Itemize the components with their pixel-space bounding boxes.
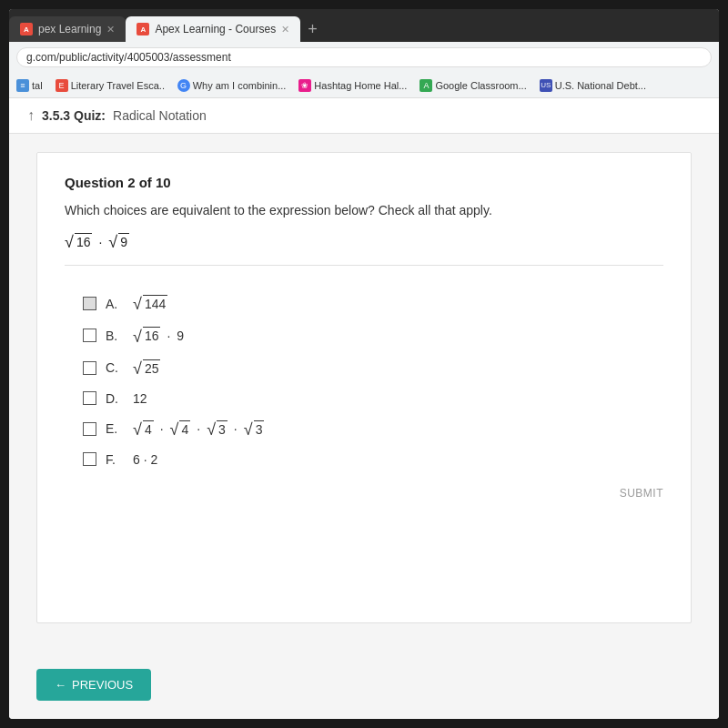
choice-expr-c: √ 25 bbox=[133, 359, 160, 377]
previous-arrow-icon: ← bbox=[55, 678, 66, 692]
quiz-main: Question 2 of 10 Which choices are equiv… bbox=[36, 152, 692, 623]
choice-expr-a: √ 144 bbox=[133, 295, 167, 312]
bookmark-hashtag[interactable]: ❀ Hashtag Home Hal... bbox=[298, 79, 407, 92]
bookmark-icon-hashtag: ❀ bbox=[298, 79, 311, 92]
choice-expr-f: 6 · 2 bbox=[133, 452, 157, 467]
tab-bar: A pex Learning ✕ A Apex Learning - Cours… bbox=[9, 9, 719, 42]
quiz-header: ↑ 3.5.3 Quiz: Radical Notation bbox=[9, 98, 719, 134]
bookmark-label-debt: U.S. National Debt... bbox=[555, 80, 646, 91]
choice-letter-f: F. bbox=[106, 452, 124, 467]
choice-c: C. √ 25 bbox=[83, 359, 663, 377]
radical-144: √ 144 bbox=[133, 295, 167, 312]
choice-letter-d: D. bbox=[106, 391, 124, 406]
radical-sign-16: √ bbox=[65, 234, 74, 250]
bookmark-label-literary: Literary Travel Esca... bbox=[71, 80, 165, 91]
choices-list: A. √ 144 B. √ 16 bbox=[65, 280, 663, 467]
choice-e: E. √ 4 · √ 4 · √ bbox=[83, 420, 663, 438]
radical-16: √ 16 bbox=[65, 233, 92, 250]
choice-a: A. √ 144 bbox=[83, 295, 663, 312]
bookmark-icon-tal: ≡ bbox=[16, 79, 29, 92]
checkbox-a[interactable] bbox=[83, 297, 96, 310]
checkbox-e[interactable] bbox=[83, 422, 96, 436]
choice-expr-b: √ 16 · 9 bbox=[133, 327, 184, 344]
bookmark-icon-why: G bbox=[177, 79, 190, 92]
choice-letter-c: C. bbox=[106, 360, 124, 375]
bookmark-label-tal: tal bbox=[32, 80, 43, 91]
screen: A pex Learning ✕ A Apex Learning - Cours… bbox=[9, 9, 719, 719]
main-expression: √ 16 · √ 9 bbox=[65, 233, 663, 266]
breadcrumb-label: 3.5.3 Quiz: bbox=[42, 108, 106, 123]
question-text: Which choices are equivalent to the expr… bbox=[65, 201, 663, 220]
radical-content-9: 9 bbox=[118, 233, 129, 250]
bookmark-icon-literary: E bbox=[56, 79, 68, 92]
choice-letter-a: A. bbox=[106, 297, 124, 311]
favicon-active: A bbox=[136, 23, 149, 35]
radical-sign-9: √ bbox=[108, 234, 117, 250]
checkbox-d[interactable] bbox=[83, 391, 96, 405]
bookmark-why[interactable]: G Why am I combinin... bbox=[177, 79, 287, 92]
checkbox-c[interactable] bbox=[83, 361, 96, 375]
browser-chrome: A pex Learning ✕ A Apex Learning - Cours… bbox=[9, 9, 719, 98]
choice-b: B. √ 16 · 9 bbox=[83, 327, 663, 344]
choice-letter-e: E. bbox=[106, 421, 124, 436]
bookmark-debt[interactable]: US U.S. National Debt... bbox=[540, 79, 646, 92]
tab-close-inactive[interactable]: ✕ bbox=[106, 24, 115, 35]
tab-label-active: Apex Learning - Courses bbox=[155, 23, 276, 35]
new-tab-button[interactable]: + bbox=[300, 16, 325, 42]
address-bar[interactable]: g.com/public/activity/4005003/assessment bbox=[16, 47, 712, 67]
bookmark-tal[interactable]: ≡ tal bbox=[16, 79, 43, 92]
bookmark-label-hashtag: Hashtag Home Hal... bbox=[314, 80, 407, 91]
page-content: ↑ 3.5.3 Quiz: Radical Notation Question … bbox=[9, 98, 719, 719]
submit-button[interactable]: SUBMIT bbox=[620, 487, 663, 500]
previous-button[interactable]: ← PREVIOUS bbox=[36, 669, 151, 701]
tab-close-active[interactable]: ✕ bbox=[281, 24, 289, 35]
address-bar-row: g.com/public/activity/4005003/assessment bbox=[9, 42, 719, 73]
bookmark-literary[interactable]: E Literary Travel Esca... bbox=[56, 79, 165, 92]
tab-label-inactive: pex Learning bbox=[38, 23, 101, 35]
bookmark-icon-classroom: A bbox=[420, 79, 432, 92]
checkbox-f[interactable] bbox=[83, 452, 96, 466]
bookmarks-bar: ≡ tal E Literary Travel Esca... G Why am… bbox=[9, 73, 719, 98]
choice-expr-e: √ 4 · √ 4 · √ 3 · bbox=[133, 420, 264, 438]
nav-section: ← PREVIOUS bbox=[9, 642, 719, 719]
favicon-inactive: A bbox=[20, 23, 33, 35]
tab-apex-learning-active[interactable]: A Apex Learning - Courses ✕ bbox=[126, 16, 300, 42]
radical-25: √ 25 bbox=[133, 359, 160, 377]
tab-apex-learning-inactive[interactable]: A pex Learning ✕ bbox=[9, 16, 126, 42]
radical-content-16: 16 bbox=[75, 233, 93, 250]
radical-b-16: √ 16 bbox=[133, 327, 160, 344]
choice-letter-b: B. bbox=[106, 329, 124, 343]
choice-d: D. 12 bbox=[83, 391, 663, 406]
submit-area: SUBMIT bbox=[65, 476, 663, 511]
bookmark-label-why: Why am I combinin... bbox=[193, 80, 287, 91]
choice-expr-d: 12 bbox=[133, 391, 147, 406]
choice-f: F. 6 · 2 bbox=[83, 452, 663, 467]
bookmark-icon-debt: US bbox=[540, 79, 552, 92]
breadcrumb-title: Radical Notation bbox=[113, 108, 207, 123]
question-header: Question 2 of 10 bbox=[65, 175, 663, 190]
dot-separator: · bbox=[98, 235, 102, 249]
bookmark-label-classroom: Google Classroom... bbox=[435, 80, 526, 91]
bookmark-classroom[interactable]: A Google Classroom... bbox=[420, 79, 526, 92]
previous-label: PREVIOUS bbox=[72, 678, 133, 692]
radical-9: √ 9 bbox=[108, 233, 129, 250]
checkbox-b[interactable] bbox=[83, 329, 96, 342]
breadcrumb-icon: ↑ bbox=[27, 107, 35, 124]
